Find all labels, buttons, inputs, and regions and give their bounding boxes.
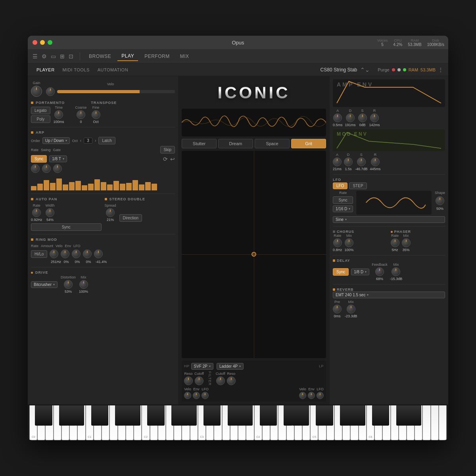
xy-crosshair[interactable] xyxy=(251,252,256,257)
tab-midi-tools[interactable]: MIDI TOOLS xyxy=(59,66,94,74)
white-key[interactable] xyxy=(431,405,439,440)
lfo-shape-knob[interactable] xyxy=(436,196,444,205)
tab-automation[interactable]: AUTOMATION xyxy=(94,66,132,74)
xy-pad[interactable] xyxy=(182,151,326,358)
legato-button[interactable]: Legato xyxy=(31,107,50,114)
arp-gate-knob[interactable] xyxy=(53,164,62,173)
left-reso-knob[interactable] xyxy=(184,376,193,385)
coarse-knob[interactable] xyxy=(77,110,85,119)
arp-refresh-icon[interactable]: ⟳ xyxy=(163,156,168,162)
poly-button[interactable]: Poly xyxy=(31,115,50,123)
arp-bar[interactable] xyxy=(63,184,68,190)
amp-a-knob[interactable] xyxy=(333,113,342,122)
phaser-rate-knob[interactable] xyxy=(391,238,399,247)
tab-mix[interactable]: MIX xyxy=(176,52,193,61)
left-velo-knob[interactable] xyxy=(184,392,191,399)
auto-pan-width-knob[interactable] xyxy=(46,208,54,217)
grit-button[interactable]: Grit xyxy=(291,139,326,148)
rm-env-knob[interactable] xyxy=(83,250,92,258)
oct-down-button[interactable]: ‹ xyxy=(80,138,81,143)
mod-s-knob[interactable] xyxy=(357,157,366,166)
right-lfo-knob[interactable] xyxy=(317,392,324,399)
gain-knob[interactable] xyxy=(31,86,42,97)
view-icon-3[interactable]: ⊡ xyxy=(69,53,73,60)
black-key[interactable] xyxy=(155,405,165,426)
black-key[interactable] xyxy=(324,405,333,426)
black-key[interactable] xyxy=(131,405,140,426)
black-key[interactable] xyxy=(43,405,52,426)
black-key[interactable] xyxy=(380,405,389,426)
view-icon-1[interactable]: ▭ xyxy=(51,53,56,60)
rm-lfo-knob[interactable] xyxy=(94,250,103,258)
tab-player[interactable]: PLAYER xyxy=(33,66,59,74)
auto-pan-sync-button[interactable]: Sync xyxy=(31,223,102,231)
delay-feedback-knob[interactable] xyxy=(375,267,384,276)
arp-bar[interactable] xyxy=(132,180,138,190)
black-key[interactable] xyxy=(99,405,108,426)
lfo-sync-button[interactable]: Sync xyxy=(333,196,353,204)
hiLo-button[interactable]: Hi/Lo xyxy=(31,250,47,258)
arp-bar[interactable] xyxy=(75,181,81,190)
arp-bar[interactable] xyxy=(113,181,119,190)
maximize-button[interactable] xyxy=(48,40,52,45)
black-key[interactable] xyxy=(244,405,253,426)
settings-icon[interactable]: ⚙ xyxy=(42,53,47,60)
lfo-rate-dropdown[interactable]: 1/16 D ▾ xyxy=(333,205,353,212)
direction-button[interactable]: Direction xyxy=(119,214,142,222)
black-key[interactable] xyxy=(284,405,293,426)
right-velo-knob[interactable] xyxy=(299,392,306,399)
white-key[interactable] xyxy=(422,405,430,440)
close-button[interactable] xyxy=(33,40,37,45)
arp-swing-knob[interactable] xyxy=(42,164,51,173)
tab-play[interactable]: PLAY xyxy=(117,52,138,61)
reverb-type-dropdown[interactable]: EMT 240 1.5 sec ▾ xyxy=(333,292,445,298)
menu-icon[interactable]: ☰ xyxy=(33,53,38,60)
delay-sync-button[interactable]: Sync xyxy=(333,268,349,276)
lfo-tab-button[interactable]: LFO xyxy=(333,182,347,189)
reverb-pre-knob[interactable] xyxy=(333,305,342,313)
arp-bar[interactable] xyxy=(120,184,125,190)
distortion-knob[interactable] xyxy=(64,280,73,289)
left-cutoff-knob[interactable] xyxy=(195,376,203,385)
arp-bar[interactable] xyxy=(107,184,113,190)
drive-mix-knob[interactable] xyxy=(79,280,88,289)
arp-bar[interactable] xyxy=(56,178,62,190)
svf-dropdown[interactable]: SVF 2P ▾ xyxy=(191,363,213,370)
fine-knob[interactable] xyxy=(92,110,100,119)
drive-type-dropdown[interactable]: Bitcrusher ▾ xyxy=(31,281,58,288)
right-cutoff-knob[interactable] xyxy=(216,376,225,385)
options-icon[interactable]: ⋮ xyxy=(438,67,443,73)
arp-bar[interactable] xyxy=(145,182,151,190)
arp-rate-knob[interactable] xyxy=(31,164,40,173)
minimize-button[interactable] xyxy=(40,40,45,45)
white-key[interactable] xyxy=(439,405,447,440)
arp-bar[interactable] xyxy=(94,179,100,190)
phaser-mix-knob[interactable] xyxy=(402,238,411,247)
mod-a-knob[interactable] xyxy=(333,157,342,166)
reverb-mix-knob[interactable] xyxy=(347,305,355,313)
velo-slider[interactable] xyxy=(57,90,175,93)
arp-sync-button[interactable]: Sync xyxy=(31,155,47,163)
port-time-knob[interactable] xyxy=(54,110,63,119)
left-lfo-knob[interactable] xyxy=(202,392,209,399)
delay-time-dropdown[interactable]: 1/8 D ▾ xyxy=(351,269,369,275)
velo-knob[interactable] xyxy=(46,87,55,96)
arp-order-dropdown[interactable]: Up / Down ▾ xyxy=(42,137,70,144)
arp-bar[interactable] xyxy=(101,182,106,190)
step-tab-button[interactable]: STEP xyxy=(349,182,367,189)
space-button[interactable]: Space xyxy=(255,139,290,148)
rm-velo-knob[interactable] xyxy=(72,250,81,258)
chorus-mix-knob[interactable] xyxy=(345,238,353,247)
view-icon-2[interactable]: ⊞ xyxy=(60,53,65,60)
ladder-dropdown[interactable]: Ladder 4P ▾ xyxy=(217,363,244,370)
oct-up-button[interactable]: › xyxy=(95,138,96,143)
lfo-wave-dropdown[interactable]: Sine ▾ xyxy=(333,216,445,223)
tab-browse[interactable]: BROWSE xyxy=(85,52,115,61)
latch-button[interactable]: Latch xyxy=(98,137,115,144)
rm-rate-knob[interactable] xyxy=(50,250,58,258)
arp-bar[interactable] xyxy=(88,184,94,190)
black-key[interactable] xyxy=(268,405,277,426)
arp-bar[interactable] xyxy=(152,184,157,190)
auto-pan-rate-knob[interactable] xyxy=(32,208,41,217)
arp-bar[interactable] xyxy=(31,186,36,190)
